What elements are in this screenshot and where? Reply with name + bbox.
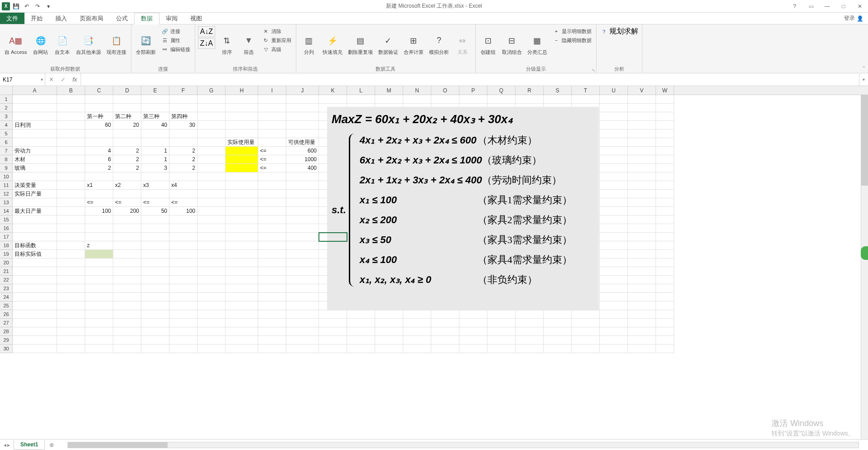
- cell-B12[interactable]: [57, 190, 85, 198]
- cell-G29[interactable]: [198, 336, 226, 345]
- cell-W25[interactable]: [656, 302, 674, 310]
- cell-D22[interactable]: [113, 276, 141, 284]
- cell-A18[interactable]: 目标函数: [13, 241, 57, 250]
- cell-J22[interactable]: [286, 276, 319, 284]
- cell-U26[interactable]: [600, 310, 628, 319]
- cell-J17[interactable]: [286, 233, 319, 241]
- cell-D15[interactable]: [113, 215, 141, 224]
- sort-button[interactable]: ⇅排序: [217, 26, 237, 62]
- cell-E12[interactable]: [141, 190, 169, 198]
- cell-I29[interactable]: [258, 336, 286, 345]
- cell-M27[interactable]: [375, 319, 403, 327]
- whatif-button[interactable]: ?模拟分析: [427, 26, 451, 62]
- cell-E10[interactable]: [141, 172, 169, 181]
- help-button[interactable]: ?: [788, 2, 801, 11]
- cell-Q28[interactable]: [487, 327, 516, 336]
- cell-E26[interactable]: [141, 310, 169, 319]
- existing-conn-button[interactable]: 📋现有连接: [105, 26, 128, 62]
- cell-J20[interactable]: [286, 259, 319, 267]
- cell-A8[interactable]: 木材: [13, 155, 57, 164]
- refresh-all-button[interactable]: 🔄全部刷新: [134, 26, 158, 62]
- cell-B28[interactable]: [57, 327, 85, 336]
- row-header-15[interactable]: 15: [0, 215, 13, 224]
- cell-V4[interactable]: [628, 121, 656, 129]
- outline-dialog-launcher[interactable]: ⤡: [592, 68, 595, 72]
- cell-G30[interactable]: [198, 345, 226, 353]
- horizontal-scroll-thumb[interactable]: [68, 442, 168, 448]
- col-header-D[interactable]: D: [113, 86, 141, 95]
- cell-V3[interactable]: [628, 112, 656, 121]
- cell-V22[interactable]: [628, 276, 656, 284]
- cell-F2[interactable]: [169, 104, 198, 112]
- cell-C25[interactable]: [85, 302, 113, 310]
- cell-F25[interactable]: [169, 302, 198, 310]
- cell-Q1[interactable]: [487, 95, 516, 104]
- cell-L28[interactable]: [347, 327, 375, 336]
- cell-C29[interactable]: [85, 336, 113, 345]
- row-header-7[interactable]: 7: [0, 147, 13, 155]
- cell-H8[interactable]: [226, 155, 258, 164]
- cell-W22[interactable]: [656, 276, 674, 284]
- cell-H12[interactable]: [226, 190, 258, 198]
- cell-D27[interactable]: [113, 319, 141, 327]
- maximize-button[interactable]: □: [837, 2, 850, 11]
- cell-W19[interactable]: [656, 250, 674, 259]
- cell-U22[interactable]: [600, 276, 628, 284]
- cell-E28[interactable]: [141, 327, 169, 336]
- cell-G22[interactable]: [198, 276, 226, 284]
- row-header-12[interactable]: 12: [0, 190, 13, 198]
- cell-A2[interactable]: [13, 104, 57, 112]
- cell-M30[interactable]: [375, 345, 403, 353]
- cell-B29[interactable]: [57, 336, 85, 345]
- cell-W5[interactable]: [656, 129, 674, 138]
- cell-G17[interactable]: [198, 233, 226, 241]
- cell-E20[interactable]: [141, 259, 169, 267]
- cell-A7[interactable]: 劳动力: [13, 147, 57, 155]
- vertical-scroll-thumb[interactable]: [861, 95, 868, 186]
- cell-V23[interactable]: [628, 284, 656, 293]
- col-header-H[interactable]: H: [226, 86, 258, 95]
- cell-D19[interactable]: [113, 250, 141, 259]
- cell-G26[interactable]: [198, 310, 226, 319]
- cell-R27[interactable]: [516, 319, 544, 327]
- cell-E19[interactable]: [141, 250, 169, 259]
- cell-C3[interactable]: 第一种: [85, 112, 113, 121]
- cell-K1[interactable]: [319, 95, 347, 104]
- cell-E15[interactable]: [141, 215, 169, 224]
- tab-home[interactable]: 开始: [24, 13, 49, 24]
- cell-J19[interactable]: [286, 250, 319, 259]
- cell-U5[interactable]: [600, 129, 628, 138]
- cell-C7[interactable]: 4: [85, 147, 113, 155]
- row-header-10[interactable]: 10: [0, 172, 13, 181]
- cell-B18[interactable]: [57, 241, 85, 250]
- cell-H23[interactable]: [226, 284, 258, 293]
- cell-D2[interactable]: [113, 104, 141, 112]
- col-header-S[interactable]: S: [544, 86, 572, 95]
- cell-A9[interactable]: 玻璃: [13, 164, 57, 172]
- cell-A16[interactable]: [13, 224, 57, 233]
- cell-H10[interactable]: [226, 172, 258, 181]
- namebox-dropdown-icon[interactable]: ▾: [41, 77, 43, 82]
- row-header-21[interactable]: 21: [0, 267, 13, 276]
- cell-J21[interactable]: [286, 267, 319, 276]
- cell-W28[interactable]: [656, 327, 674, 336]
- cell-U11[interactable]: [600, 181, 628, 190]
- cell-U23[interactable]: [600, 284, 628, 293]
- cell-W1[interactable]: [656, 95, 674, 104]
- cell-E30[interactable]: [141, 345, 169, 353]
- cell-F17[interactable]: [169, 233, 198, 241]
- cell-C8[interactable]: 6: [85, 155, 113, 164]
- cell-C15[interactable]: [85, 215, 113, 224]
- cell-V30[interactable]: [628, 345, 656, 353]
- formula-input[interactable]: [81, 73, 859, 86]
- cell-W24[interactable]: [656, 293, 674, 302]
- cell-J26[interactable]: [286, 310, 319, 319]
- cell-I13[interactable]: [258, 198, 286, 207]
- qat-more-button[interactable]: ▾: [43, 1, 53, 11]
- cell-D16[interactable]: [113, 224, 141, 233]
- cell-L29[interactable]: [347, 336, 375, 345]
- cell-I20[interactable]: [258, 259, 286, 267]
- cell-G19[interactable]: [198, 250, 226, 259]
- cell-P29[interactable]: [459, 336, 487, 345]
- cell-V10[interactable]: [628, 172, 656, 181]
